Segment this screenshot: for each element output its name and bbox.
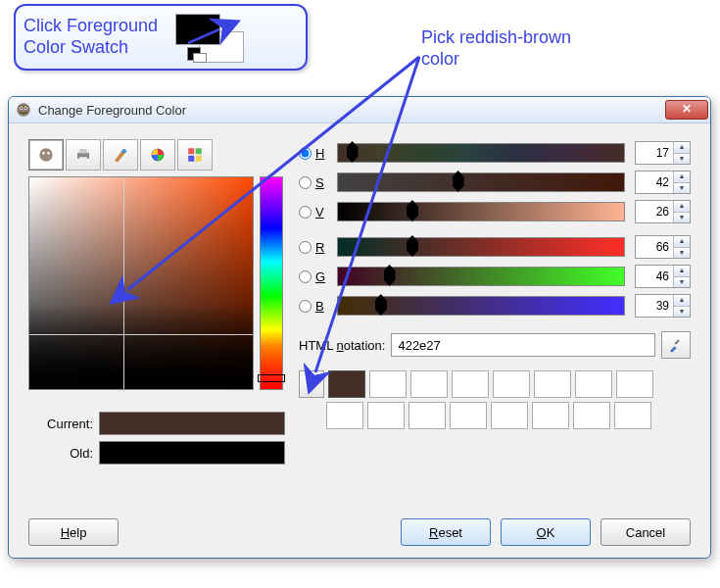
help-button[interactable]: Help — [28, 518, 119, 546]
history-swatch[interactable] — [326, 402, 363, 429]
spinner-input-g[interactable] — [636, 266, 673, 287]
history-swatch[interactable] — [328, 370, 365, 398]
history-swatch[interactable] — [614, 402, 651, 429]
current-color-swatch — [99, 412, 285, 435]
spinner-s[interactable]: ▲▼ — [635, 171, 691, 194]
gimp-app-icon — [15, 101, 32, 119]
spinner-g[interactable]: ▲▼ — [635, 265, 691, 288]
tab-watercolor-icon[interactable] — [103, 139, 138, 171]
add-to-history-button[interactable]: ▶ — [299, 370, 324, 398]
ok-button[interactable]: OK — [501, 518, 591, 546]
spinner-v[interactable]: ▲▼ — [635, 200, 691, 223]
annotation-swatch-text: Click Foreground Color Swatch — [24, 16, 158, 58]
html-notation-input[interactable] — [391, 333, 655, 357]
brush-icon — [112, 146, 129, 164]
history-swatch[interactable] — [410, 370, 448, 398]
svg-point-14 — [122, 149, 127, 154]
eyedropper-button[interactable] — [661, 331, 691, 359]
svg-point-6 — [21, 108, 23, 110]
tab-printer-icon[interactable] — [66, 139, 101, 171]
annotation-swatch-hint: Click Foreground Color Swatch ⇄ — [14, 4, 308, 71]
close-button[interactable]: ✕ — [665, 100, 708, 120]
history-swatch[interactable] — [534, 370, 571, 398]
channel-radio-s[interactable] — [299, 176, 312, 189]
saturation-value-field[interactable] — [28, 176, 254, 390]
tab-palette-icon[interactable] — [177, 139, 213, 171]
slider-v[interactable] — [337, 202, 625, 221]
spinner-down-icon[interactable]: ▼ — [674, 276, 690, 288]
channel-radio-v[interactable] — [299, 206, 312, 219]
slider-r[interactable] — [337, 237, 625, 257]
spinner-input-b[interactable] — [636, 295, 673, 317]
channel-radio-r[interactable] — [299, 241, 312, 254]
svg-point-10 — [47, 152, 50, 155]
channel-row-g: G ▲▼ — [299, 263, 691, 290]
svg-rect-17 — [188, 148, 194, 154]
history-swatch[interactable] — [493, 370, 530, 398]
history-swatch[interactable] — [450, 402, 487, 429]
svg-rect-21 — [675, 340, 680, 345]
svg-rect-19 — [188, 156, 194, 162]
slider-s[interactable] — [337, 172, 625, 192]
history-swatch[interactable] — [452, 370, 489, 398]
titlebar[interactable]: Change Foreground Color ✕ — [9, 97, 710, 123]
history-swatch[interactable] — [575, 370, 612, 398]
spinner-up-icon[interactable]: ▲ — [674, 236, 690, 247]
spinner-down-icon[interactable]: ▼ — [674, 182, 690, 194]
channel-radio-h[interactable] — [299, 147, 312, 160]
history-swatch[interactable] — [369, 370, 407, 398]
color-wheel-icon — [149, 146, 167, 164]
printer-icon — [74, 146, 92, 164]
channel-radio-g[interactable] — [299, 270, 312, 283]
annotation-pick-hint: Pick reddish-brown color — [421, 27, 571, 70]
svg-rect-20 — [196, 156, 202, 162]
hue-strip[interactable] — [260, 176, 283, 390]
slider-b[interactable] — [337, 296, 625, 316]
history-swatch[interactable] — [367, 402, 405, 429]
spinner-down-icon[interactable]: ▼ — [674, 212, 690, 223]
history-swatch[interactable] — [616, 370, 653, 398]
spinner-down-icon[interactable]: ▼ — [674, 153, 690, 165]
spinner-up-icon[interactable]: ▲ — [674, 295, 690, 306]
spinner-up-icon[interactable]: ▲ — [674, 201, 690, 212]
dialog-title: Change Foreground Color — [38, 103, 186, 118]
slider-g[interactable] — [337, 267, 625, 286]
svg-rect-13 — [79, 157, 87, 161]
svg-point-7 — [25, 108, 27, 110]
channel-row-r: R ▲▼ — [299, 233, 691, 261]
old-color-swatch[interactable] — [99, 441, 285, 465]
channel-radio-b[interactable] — [299, 300, 312, 313]
svg-point-8 — [39, 148, 52, 161]
svg-rect-18 — [196, 148, 202, 154]
history-swatch[interactable] — [408, 402, 446, 429]
spinner-input-h[interactable] — [636, 142, 673, 164]
spinner-down-icon[interactable]: ▼ — [674, 247, 690, 259]
history-swatch[interactable] — [573, 402, 610, 429]
slider-h[interactable] — [337, 143, 625, 163]
spinner-h[interactable]: ▲▼ — [635, 141, 691, 165]
history-swatch[interactable] — [491, 402, 528, 429]
tab-color-wheel-icon[interactable] — [140, 139, 175, 171]
cancel-button[interactable]: Cancel — [600, 518, 691, 546]
spinner-input-r[interactable] — [636, 236, 673, 258]
spinner-r[interactable]: ▲▼ — [635, 235, 691, 259]
sv-crosshair-horizontal — [29, 334, 253, 335]
svg-point-9 — [42, 152, 45, 155]
eyedropper-icon — [668, 337, 684, 353]
reset-button[interactable]: Reset — [401, 518, 491, 546]
channel-label-g: G — [315, 270, 329, 284]
spinner-down-icon[interactable]: ▼ — [674, 306, 690, 318]
color-history-row: ▶ — [299, 370, 691, 398]
tab-gimp-picker[interactable] — [28, 139, 64, 171]
spinner-input-s[interactable] — [636, 172, 673, 193]
spinner-b[interactable]: ▲▼ — [635, 294, 691, 318]
spinner-up-icon[interactable]: ▲ — [674, 142, 690, 153]
palette-icon — [186, 146, 204, 164]
gimp-icon — [36, 145, 56, 165]
svg-rect-12 — [79, 149, 87, 154]
spinner-up-icon[interactable]: ▲ — [674, 266, 690, 276]
spinner-up-icon[interactable]: ▲ — [674, 172, 690, 182]
history-swatch[interactable] — [532, 402, 569, 429]
channel-label-r: R — [315, 240, 329, 255]
spinner-input-v[interactable] — [636, 201, 673, 222]
